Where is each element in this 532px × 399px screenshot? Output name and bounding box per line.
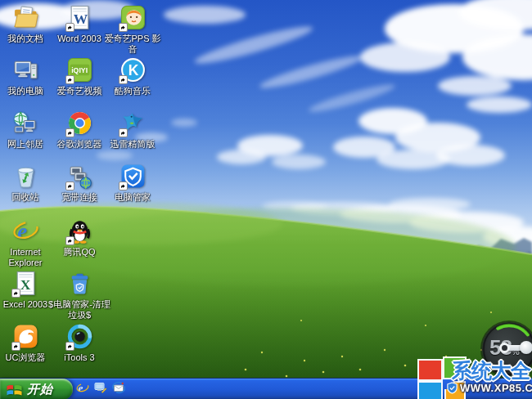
desktop-icon-grid: 我的文档WWord 2003爱奇艺PPS 影音我的电脑iQIYI爱奇艺视频K酷狗… bbox=[0, 0, 532, 378]
uc-icon bbox=[12, 323, 39, 350]
icon-label: 我的电脑 bbox=[7, 86, 43, 96]
itools-icon bbox=[66, 323, 93, 350]
icon-label: 宽带连接 bbox=[61, 192, 97, 203]
icon-label: 腾讯QQ bbox=[63, 247, 95, 258]
ie-small-icon: e bbox=[76, 381, 89, 397]
shortcut-arrow-icon bbox=[11, 342, 20, 351]
shortcut-arrow-icon bbox=[65, 182, 74, 191]
desktop-icon-iqiyi-pps[interactable]: 爱奇艺PPS 影音 bbox=[101, 4, 164, 54]
icon-label: 爱奇艺视频 bbox=[57, 86, 102, 96]
folder-documents-icon bbox=[12, 4, 39, 31]
broadband-icon bbox=[66, 163, 93, 190]
desktop-icon-pc-manager[interactable]: 电脑管家 bbox=[101, 163, 164, 203]
icon-label: 网上邻居 bbox=[7, 139, 43, 150]
windows-xp-desktop: 我的文档WWord 2003爱奇艺PPS 影音我的电脑iQIYI爱奇艺视频K酷狗… bbox=[0, 0, 532, 399]
shortcut-arrow-icon bbox=[119, 128, 128, 137]
icon-label: 酷狗音乐 bbox=[115, 86, 151, 96]
shortcut-arrow-icon bbox=[65, 23, 74, 32]
icon-label: iTools 3 bbox=[64, 352, 94, 363]
network-icon bbox=[12, 110, 39, 137]
pps-icon bbox=[119, 4, 147, 31]
thunder-icon bbox=[119, 110, 147, 137]
icon-label: 回收站 bbox=[12, 192, 39, 203]
chrome-icon bbox=[66, 110, 93, 137]
desktop-icon-kugou-music[interactable]: K酷狗音乐 bbox=[101, 56, 164, 96]
svg-text:W: W bbox=[73, 11, 88, 27]
taskbar: 开始 e bbox=[0, 378, 532, 399]
word-icon: W bbox=[66, 4, 93, 31]
speed-gauge[interactable]: 58% bbox=[482, 322, 532, 376]
start-label: 开始 bbox=[27, 382, 53, 397]
recycle-icon bbox=[12, 163, 39, 190]
svg-text:K: K bbox=[128, 62, 138, 78]
shortcut-arrow-icon bbox=[11, 289, 20, 298]
oe-small-icon bbox=[112, 381, 125, 397]
shortcut-arrow-icon bbox=[65, 75, 74, 84]
shortcut-arrow-icon bbox=[65, 236, 74, 245]
start-button[interactable]: 开始 bbox=[0, 379, 73, 399]
svg-text:iQIYI: iQIYI bbox=[71, 66, 88, 74]
desktop-icon-tencent-qq[interactable]: 腾讯QQ bbox=[48, 217, 110, 258]
bin-icon bbox=[66, 270, 93, 297]
desktop-icon-thunder-lite[interactable]: 迅雷精简版 bbox=[101, 110, 164, 150]
icon-label: 爱奇艺PPS 影音 bbox=[101, 34, 164, 54]
excel-icon: X bbox=[12, 270, 39, 297]
svg-text:X: X bbox=[20, 276, 30, 293]
quick-launch-bar: e bbox=[75, 379, 126, 399]
icon-label: Word 2003 bbox=[57, 34, 101, 44]
shortcut-arrow-icon bbox=[119, 75, 128, 84]
shortcut-arrow-icon bbox=[119, 182, 128, 191]
desktop-icon-pc-manager-cleaner[interactable]: $电脑管家-清理垃圾$ bbox=[48, 270, 110, 320]
desktop-small-icon bbox=[94, 381, 107, 397]
gauge-hub bbox=[499, 343, 510, 353]
kugou-icon: K bbox=[119, 56, 147, 83]
computer-icon bbox=[12, 56, 39, 83]
icon-label: 电脑管家 bbox=[115, 192, 151, 203]
icon-label: 迅雷精简版 bbox=[110, 139, 156, 150]
quick-launch-show-desktop[interactable] bbox=[93, 382, 108, 397]
shortcut-arrow-icon bbox=[119, 23, 128, 32]
quick-launch-outlook-express[interactable] bbox=[111, 382, 126, 397]
iqiyi-icon: iQIYI bbox=[66, 56, 93, 83]
shortcut-arrow-icon bbox=[65, 342, 74, 351]
windows-logo-icon bbox=[6, 382, 23, 397]
icon-label: $电脑管家-清理垃圾$ bbox=[48, 299, 110, 320]
desktop-icon-itools-3[interactable]: iTools 3 bbox=[48, 323, 110, 363]
icon-label: 我的文档 bbox=[7, 34, 43, 44]
shortcut-arrow-icon bbox=[65, 128, 74, 137]
gauge-knob bbox=[520, 341, 532, 354]
shield-icon bbox=[119, 163, 147, 190]
svg-text:e: e bbox=[79, 382, 83, 394]
ie-icon: e bbox=[12, 217, 39, 244]
icon-label: UC浏览器 bbox=[6, 352, 46, 363]
qq-icon bbox=[66, 217, 93, 244]
quick-launch-internet-explorer[interactable]: e bbox=[75, 382, 90, 397]
icon-label: Excel 2003 bbox=[3, 299, 47, 310]
icon-label: 谷歌浏览器 bbox=[57, 139, 102, 150]
tray-divider bbox=[422, 380, 424, 397]
